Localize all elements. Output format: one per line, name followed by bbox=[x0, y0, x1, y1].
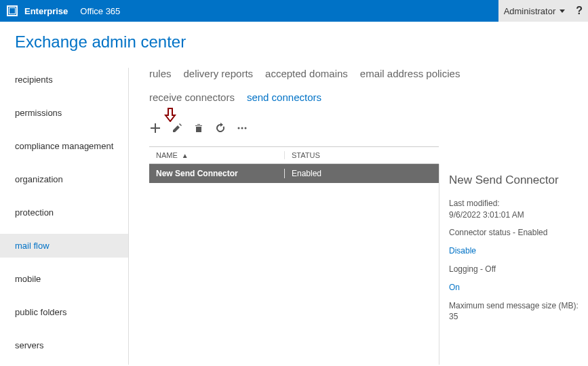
details-last-modified: Last modified: 9/6/2022 3:01:01 AM bbox=[449, 198, 583, 221]
top-nav-enterprise[interactable]: Enterprise bbox=[24, 6, 68, 16]
help-button[interactable]: ? bbox=[570, 0, 588, 22]
cell-name: New Send Connector bbox=[149, 169, 285, 178]
tab-rules[interactable]: rules bbox=[149, 68, 172, 79]
details-pane: New Send Connector Last modified: 9/6/20… bbox=[439, 164, 588, 365]
main-content: rules delivery reports accepted domains … bbox=[129, 68, 588, 365]
sidebar-item-publicfolders[interactable]: public folders bbox=[0, 300, 128, 324]
sidebar-item-mailflow[interactable]: mail flow bbox=[0, 234, 128, 258]
svg-rect-2 bbox=[9, 8, 15, 14]
user-menu[interactable]: Administrator bbox=[498, 0, 571, 22]
max-size-value: 35 bbox=[449, 311, 583, 323]
sidebar-item-compliance[interactable]: compliance management bbox=[0, 134, 128, 158]
table-wrap: NAME ▲ STATUS New Send Connector Enabled… bbox=[149, 146, 588, 365]
tab-accepted-domains[interactable]: accepted domains bbox=[265, 68, 348, 79]
logging-on-link[interactable]: On bbox=[449, 282, 583, 293]
more-button[interactable] bbox=[236, 122, 248, 134]
disable-link[interactable]: Disable bbox=[449, 245, 583, 257]
sidebar: recipients permissions compliance manage… bbox=[0, 68, 129, 365]
toolbar bbox=[149, 122, 588, 134]
column-header-name[interactable]: NAME ▲ bbox=[149, 151, 285, 159]
user-name-label: Administrator bbox=[504, 6, 556, 16]
svg-point-4 bbox=[241, 127, 243, 129]
sort-asc-icon: ▲ bbox=[182, 152, 189, 159]
tab-email-address-policies[interactable]: email address policies bbox=[360, 68, 460, 79]
top-nav-office365[interactable]: Office 365 bbox=[80, 6, 120, 16]
pencil-icon bbox=[172, 123, 182, 134]
sidebar-item-servers[interactable]: servers bbox=[0, 333, 128, 357]
max-size-label: Maximum send message size (MB): bbox=[449, 300, 583, 312]
details-title: New Send Connector bbox=[449, 172, 583, 188]
tab-delivery-reports[interactable]: delivery reports bbox=[184, 68, 254, 79]
delete-button[interactable] bbox=[193, 122, 205, 134]
last-modified-label: Last modified: bbox=[449, 198, 583, 209]
last-modified-value: 9/6/2022 3:01:01 AM bbox=[449, 209, 583, 221]
body: recipients permissions compliance manage… bbox=[0, 68, 588, 365]
column-header-name-label: NAME bbox=[156, 151, 178, 159]
page-title: Exchange admin center bbox=[0, 22, 588, 68]
details-logging: Logging - Off bbox=[449, 264, 583, 275]
hint-arrow-icon bbox=[164, 107, 176, 124]
trash-icon bbox=[193, 123, 204, 134]
sidebar-item-protection[interactable]: protection bbox=[0, 201, 128, 224]
svg-point-3 bbox=[238, 127, 240, 129]
refresh-button[interactable] bbox=[214, 122, 227, 134]
sub-nav: rules delivery reports accepted domains … bbox=[149, 68, 529, 103]
svg-point-5 bbox=[245, 127, 247, 129]
refresh-icon bbox=[215, 123, 226, 134]
table-row[interactable]: New Send Connector Enabled bbox=[149, 164, 439, 183]
sidebar-item-mobile[interactable]: mobile bbox=[0, 267, 128, 291]
table-header: NAME ▲ STATUS bbox=[149, 146, 439, 164]
sidebar-item-permissions[interactable]: permissions bbox=[0, 101, 128, 125]
sidebar-item-recipients[interactable]: recipients bbox=[0, 68, 128, 92]
cell-status: Enabled bbox=[285, 169, 407, 178]
top-nav: Enterprise Office 365 bbox=[24, 6, 120, 16]
details-max-size: Maximum send message size (MB): 35 bbox=[449, 300, 583, 323]
ellipsis-icon bbox=[237, 123, 248, 134]
chevron-down-icon bbox=[560, 9, 565, 13]
column-header-status[interactable]: STATUS bbox=[285, 151, 407, 159]
details-status: Connector status - Enabled bbox=[449, 227, 583, 239]
add-button[interactable] bbox=[149, 122, 161, 134]
column-header-status-label: STATUS bbox=[292, 151, 320, 159]
top-bar: Enterprise Office 365 Administrator ? bbox=[0, 0, 588, 22]
connectors-table: NAME ▲ STATUS New Send Connector Enabled bbox=[149, 146, 439, 365]
sidebar-item-organization[interactable]: organization bbox=[0, 167, 128, 191]
plus-icon bbox=[150, 123, 161, 134]
app-logo-icon bbox=[7, 5, 18, 16]
tab-send-connectors[interactable]: send connectors bbox=[247, 92, 321, 103]
tab-receive-connectors[interactable]: receive connectors bbox=[149, 92, 235, 103]
